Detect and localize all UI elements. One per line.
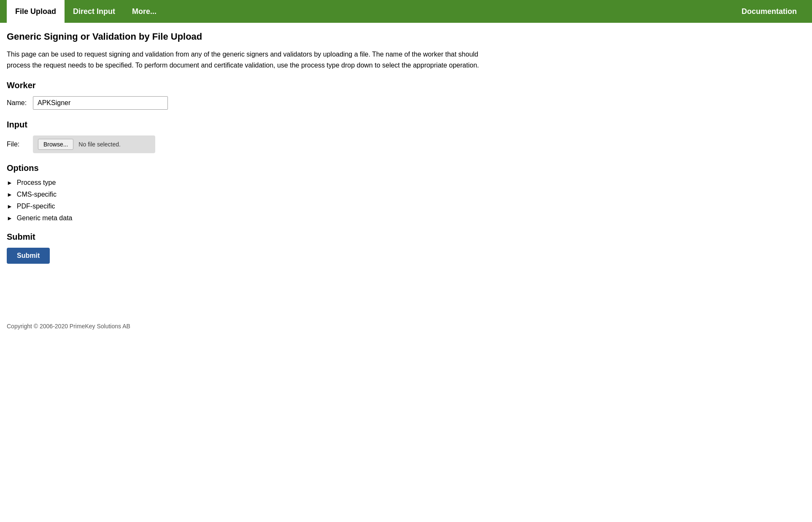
nav-more[interactable]: More... [124, 0, 165, 23]
footer-text: Copyright © 2006-2020 PrimeKey Solutions… [7, 323, 130, 330]
nav-direct-input[interactable]: Direct Input [65, 0, 124, 23]
option-pdf-specific[interactable]: ► PDF-specific [7, 203, 499, 210]
arrow-icon-1: ► [7, 191, 13, 198]
nav-documentation[interactable]: Documentation [733, 0, 805, 23]
main-content: Generic Signing or Validation by File Up… [0, 23, 506, 291]
file-row: File: Browse... No file selected. [7, 135, 499, 153]
worker-section: Worker Name: [7, 81, 499, 110]
worker-name-row: Name: [7, 96, 499, 110]
submit-section: Submit Submit [7, 232, 499, 264]
submit-button[interactable]: Submit [7, 248, 50, 264]
file-input-wrapper: Browse... No file selected. [33, 135, 155, 153]
nav-file-upload[interactable]: File Upload [7, 0, 65, 23]
file-label: File: [7, 141, 28, 148]
page-title: Generic Signing or Validation by File Up… [7, 31, 499, 42]
options-section: Options ► Process type ► CMS-specific ► … [7, 163, 499, 222]
submit-section-title: Submit [7, 232, 499, 242]
navbar: File Upload Direct Input More... Documen… [0, 0, 812, 23]
page-title-section: Generic Signing or Validation by File Up… [7, 31, 499, 70]
input-section: Input File: Browse... No file selected. [7, 120, 499, 153]
worker-name-input[interactable] [33, 96, 168, 110]
footer: Copyright © 2006-2020 PrimeKey Solutions… [0, 316, 812, 336]
option-label-0: Process type [17, 179, 56, 187]
option-label-1: CMS-specific [17, 191, 57, 198]
worker-section-title: Worker [7, 81, 499, 90]
arrow-icon-0: ► [7, 179, 13, 186]
arrow-icon-3: ► [7, 215, 13, 222]
option-generic-meta-data[interactable]: ► Generic meta data [7, 214, 499, 222]
file-status: No file selected. [78, 141, 121, 148]
option-cms-specific[interactable]: ► CMS-specific [7, 191, 499, 198]
page-description: This page can be used to request signing… [7, 49, 499, 70]
option-process-type[interactable]: ► Process type [7, 179, 499, 187]
browse-button[interactable]: Browse... [38, 139, 73, 150]
option-label-3: Generic meta data [17, 214, 73, 222]
option-label-2: PDF-specific [17, 203, 55, 210]
input-section-title: Input [7, 120, 499, 130]
options-section-title: Options [7, 163, 499, 173]
arrow-icon-2: ► [7, 203, 13, 210]
worker-name-label: Name: [7, 99, 28, 107]
